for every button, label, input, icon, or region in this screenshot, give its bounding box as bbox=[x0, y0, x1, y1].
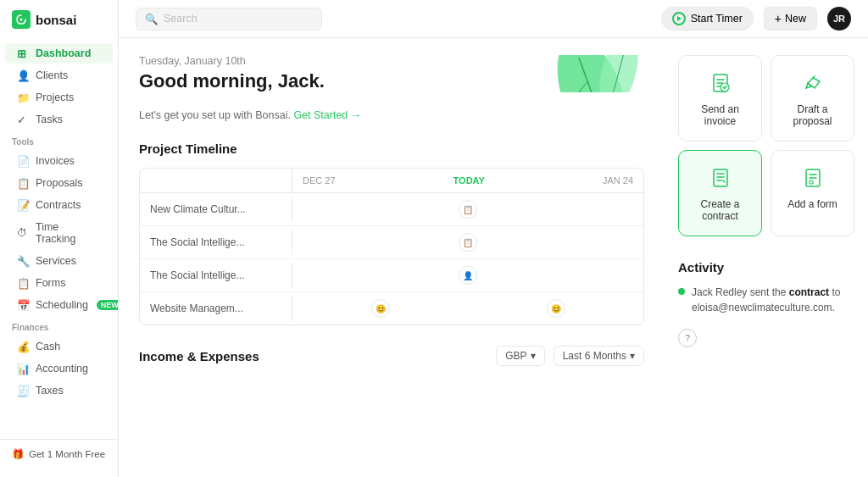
app-header: 🔍 Search Start Timer + New JR bbox=[119, 0, 868, 38]
date-right: JAN 24 bbox=[603, 175, 633, 186]
timeline-bar-area: 📋 bbox=[292, 226, 643, 258]
logo: bonsai bbox=[0, 10, 118, 42]
chevron-down-icon: ▾ bbox=[630, 350, 635, 362]
activity-title: Activity bbox=[678, 260, 854, 275]
timeline-action-icon[interactable]: 😊 bbox=[371, 299, 390, 318]
dashboard-greeting: Good morning, Jack. bbox=[139, 70, 644, 92]
table-row: New Climate Cultur... 📋 bbox=[140, 193, 643, 226]
add-form-card[interactable]: Add a form bbox=[771, 150, 854, 236]
currency-select[interactable]: GBP ▾ bbox=[496, 346, 544, 366]
timeline-header: DEC 27 TODAY JAN 24 bbox=[140, 169, 643, 193]
date-left: DEC 27 bbox=[303, 175, 336, 186]
create-contract-card[interactable]: Create a contract bbox=[678, 150, 762, 236]
create-contract-label: Create a contract bbox=[689, 198, 751, 222]
header-right: Start Timer + New JR bbox=[661, 7, 851, 31]
sidebar-item-contracts[interactable]: 📝 Contracts bbox=[5, 195, 113, 215]
main-area: 🔍 Search Start Timer + New JR Tuesday, J… bbox=[119, 0, 868, 477]
project-name: The Social Intellige... bbox=[140, 230, 292, 255]
timeline-dates: DEC 27 TODAY JAN 24 bbox=[292, 169, 643, 192]
tools-label: Tools bbox=[0, 130, 118, 150]
start-timer-button[interactable]: Start Timer bbox=[661, 7, 754, 31]
svg-rect-10 bbox=[714, 169, 727, 186]
get-free-button[interactable]: 🎁 Get 1 Month Free bbox=[0, 439, 118, 467]
sidebar-item-dashboard[interactable]: ⊞ Dashboard bbox=[5, 43, 113, 64]
new-button[interactable]: + New bbox=[764, 7, 817, 31]
avatar[interactable]: JR bbox=[827, 7, 851, 31]
form-icon bbox=[799, 164, 826, 191]
send-invoice-label: Send an invoice bbox=[689, 103, 751, 127]
contracts-icon: 📝 bbox=[17, 199, 29, 211]
timeline-bar-area: 👤 bbox=[292, 259, 643, 291]
project-name: The Social Intellige... bbox=[140, 263, 292, 288]
activity-dot bbox=[678, 288, 685, 295]
timeline-header-spacer bbox=[140, 169, 292, 192]
timeline-container: DEC 27 TODAY JAN 24 New Climate Cultur..… bbox=[139, 168, 644, 325]
project-name: Website Managem... bbox=[140, 296, 292, 321]
search-icon: 🔍 bbox=[145, 13, 159, 25]
sidebar-item-taxes[interactable]: 🧾 Taxes bbox=[5, 380, 113, 401]
chevron-down-icon: ▾ bbox=[531, 350, 536, 362]
proposal-icon bbox=[799, 69, 826, 97]
income-expenses-header: Income & Expenses GBP ▾ Last 6 Months ▾ bbox=[139, 346, 644, 366]
invoice-icon bbox=[707, 69, 734, 97]
cash-icon: 💰 bbox=[17, 341, 29, 352]
contract-icon bbox=[707, 164, 734, 191]
activity-text: Jack Redley sent the contract to eloisa@… bbox=[692, 285, 854, 315]
activity-item: Jack Redley sent the contract to eloisa@… bbox=[678, 285, 854, 315]
timeline-action-icon-2[interactable]: 😊 bbox=[547, 299, 565, 318]
project-timeline-title: Project Timeline bbox=[139, 141, 644, 156]
income-expenses-title: Income & Expenses bbox=[139, 349, 487, 363]
activity-section: Activity Jack Redley sent the contract t… bbox=[678, 260, 854, 347]
date-today: TODAY bbox=[453, 175, 485, 186]
timeline-action-icon[interactable]: 📋 bbox=[459, 200, 477, 219]
timeline-bar-area: 📋 bbox=[292, 193, 643, 225]
content-left: Tuesday, January 10th Good morning, Jack… bbox=[119, 38, 665, 477]
invoices-icon: 📄 bbox=[17, 155, 29, 167]
sidebar-item-tasks[interactable]: ✓ Tasks bbox=[5, 109, 113, 130]
sidebar-item-scheduling[interactable]: 📅 Scheduling NEW bbox=[5, 295, 113, 315]
taxes-icon: 🧾 bbox=[17, 385, 29, 397]
table-row: The Social Intellige... 📋 bbox=[140, 226, 643, 259]
sidebar-item-time-tracking[interactable]: ⏱ Time Tracking bbox=[5, 217, 113, 249]
sidebar-item-cash[interactable]: 💰 Cash bbox=[5, 336, 113, 357]
forms-icon: 📋 bbox=[17, 277, 29, 289]
draft-proposal-card[interactable]: Draft a proposal bbox=[771, 55, 854, 141]
services-icon: 🔧 bbox=[17, 255, 29, 267]
sidebar-item-accounting[interactable]: 📊 Accounting bbox=[5, 358, 113, 379]
add-form-label: Add a form bbox=[782, 198, 843, 210]
sidebar-item-invoices[interactable]: 📄 Invoices bbox=[5, 151, 113, 171]
dashboard-icon: ⊞ bbox=[17, 47, 29, 59]
timeline-action-icon[interactable]: 📋 bbox=[459, 233, 477, 252]
draft-proposal-label: Draft a proposal bbox=[782, 103, 843, 127]
sidebar-item-proposals[interactable]: 📋 Proposals bbox=[5, 173, 113, 193]
accounting-icon: 📊 bbox=[17, 363, 29, 374]
proposals-icon: 📋 bbox=[17, 177, 29, 189]
finances-label: Finances bbox=[0, 316, 118, 336]
search-box[interactable]: 🔍 Search bbox=[136, 8, 322, 31]
get-started-bar: Let's get you set up with Bonsai. Get St… bbox=[139, 109, 644, 121]
gift-icon: 🎁 bbox=[12, 448, 24, 460]
scheduling-icon: 📅 bbox=[17, 299, 29, 311]
tasks-icon: ✓ bbox=[17, 114, 29, 125]
get-started-link[interactable]: Get Started → bbox=[293, 109, 361, 121]
play-icon bbox=[672, 12, 686, 25]
timeline-bar-area: 😊 😊 bbox=[292, 292, 643, 324]
logo-icon bbox=[12, 10, 31, 29]
svg-point-0 bbox=[20, 19, 23, 21]
sidebar-item-clients[interactable]: 👤 Clients bbox=[5, 65, 113, 86]
table-row: The Social Intellige... 👤 bbox=[140, 259, 643, 292]
period-select[interactable]: Last 6 Months ▾ bbox=[554, 346, 644, 366]
projects-icon: 📁 bbox=[17, 92, 29, 103]
sidebar-item-forms[interactable]: 📋 Forms bbox=[5, 273, 113, 293]
timeline-action-icon[interactable]: 👤 bbox=[459, 266, 477, 285]
project-name: New Climate Cultur... bbox=[140, 197, 292, 222]
sidebar-item-projects[interactable]: 📁 Projects bbox=[5, 87, 113, 108]
help-button[interactable]: ? bbox=[678, 329, 697, 347]
scheduling-badge: NEW bbox=[97, 300, 119, 310]
sidebar-item-services[interactable]: 🔧 Services bbox=[5, 251, 113, 271]
plus-icon: + bbox=[775, 12, 782, 25]
send-invoice-card[interactable]: Send an invoice bbox=[678, 55, 762, 141]
clients-icon: 👤 bbox=[17, 69, 29, 81]
content-area: Tuesday, January 10th Good morning, Jack… bbox=[119, 38, 868, 477]
logo-text: bonsai bbox=[36, 13, 76, 27]
